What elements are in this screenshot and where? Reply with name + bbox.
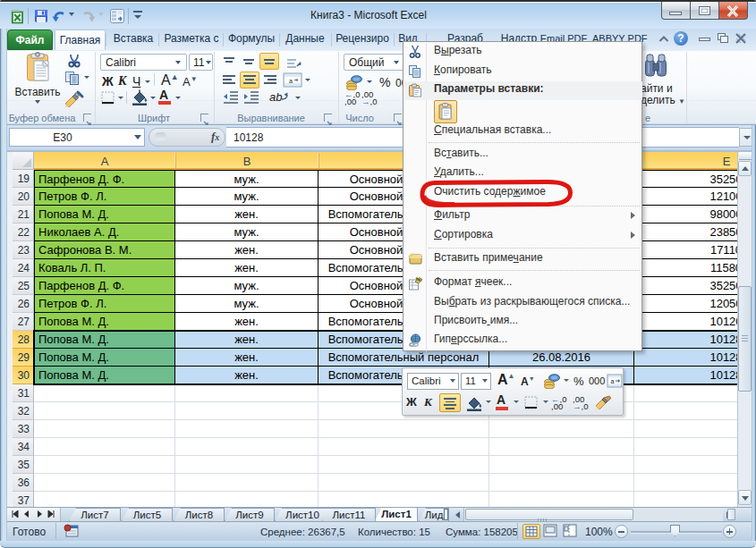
- svg-text:a: a: [611, 378, 615, 384]
- svg-text:ab: ab: [269, 90, 282, 104]
- svg-text:a: a: [289, 78, 293, 84]
